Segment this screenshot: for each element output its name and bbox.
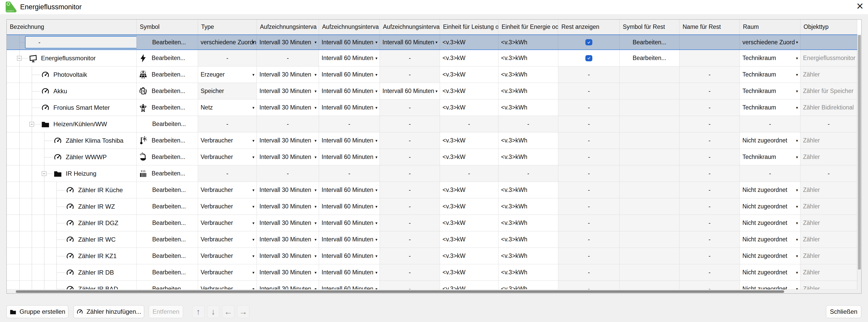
column-header-type[interactable]: Type [198, 20, 257, 35]
symbol-edit-button[interactable]: Bearbeiten... [152, 55, 185, 62]
cell-type[interactable]: Verbraucher▼ [198, 248, 257, 264]
cell-interval3[interactable]: Intervall 60 Minuten▼ [380, 35, 440, 49]
cell-room[interactable]: Nicht zugeordnet▼ [740, 231, 800, 248]
cell-symbol[interactable]: Bearbeiten... [137, 264, 198, 281]
cell-symbol[interactable]: Bearbeiten... [137, 215, 198, 231]
table-row[interactable]: −Heizen/Kühlen/WWBearbeiten...---------- [7, 116, 857, 133]
name-edit-input[interactable]: - [25, 36, 137, 48]
cell-interval1[interactable]: Intervall 30 Minuten▼ [257, 281, 319, 289]
symbol-edit-button[interactable]: Bearbeiten... [152, 87, 185, 95]
cell-symbol_rest[interactable]: Bearbeiten... [620, 35, 680, 49]
cell-type[interactable]: Verbraucher▼ [198, 199, 257, 215]
collapse-minus-icon[interactable]: − [42, 171, 46, 176]
cell-room[interactable]: Technikraum▼ [740, 149, 800, 166]
cell-type[interactable]: Erzeuger▼ [198, 67, 257, 83]
cell-interval2[interactable]: Intervall 60 Minuten▼ [319, 264, 380, 281]
cell-room[interactable]: Nicht zugeordnet▼ [740, 264, 800, 281]
symbol-edit-button[interactable]: Bearbeiten... [152, 269, 186, 276]
move-right-button[interactable]: → [237, 305, 249, 318]
cell-bezeichnung[interactable]: −Heizen/Kühlen/WW [7, 116, 137, 133]
cell-interval2[interactable]: Intervall 60 Minuten▼ [319, 50, 380, 67]
column-header-power_unit[interactable]: Einheit für Leistung o [440, 20, 498, 35]
cell-interval2[interactable]: Intervall 60 Minuten▼ [319, 199, 380, 215]
cell-interval1[interactable]: Intervall 30 Minuten▼ [257, 35, 319, 49]
horizontal-scrollbar[interactable] [7, 289, 857, 293]
cell-interval2[interactable]: Intervall 60 Minuten▼ [319, 35, 380, 49]
cell-room[interactable]: Nicht zugeordnet▼ [740, 182, 800, 199]
cell-room[interactable]: Nicht zugeordnet▼ [740, 199, 800, 215]
vertical-scrollbar[interactable] [857, 35, 861, 289]
cell-bezeichnung[interactable]: Zähler IR DB [7, 264, 137, 281]
cell-type[interactable]: Verbraucher▼ [198, 215, 257, 231]
cell-symbol[interactable]: Bearbeiten... [137, 116, 198, 133]
cell-type[interactable]: Verbraucher▼ [198, 133, 257, 149]
cell-bezeichnung[interactable]: Zähler Klima Toshiba [7, 133, 137, 149]
symbol-edit-button[interactable]: Bearbeiten... [152, 120, 186, 128]
move-up-button[interactable]: ↑ [192, 305, 205, 318]
cell-interval1[interactable]: Intervall 30 Minuten▼ [257, 67, 319, 83]
table-row[interactable]: Zähler IR WCBearbeiten...Verbraucher▼Int… [7, 231, 857, 248]
cell-bezeichnung[interactable]: Zähler IR WZ [7, 199, 137, 215]
cell-interval1[interactable]: Intervall 30 Minuten▼ [257, 182, 319, 199]
cell-room[interactable]: Technikraum▼ [740, 67, 800, 83]
table-row[interactable]: Zähler IR DGZBearbeiten...Verbraucher▼In… [7, 215, 857, 231]
cell-type[interactable]: Verbraucher▼ [198, 149, 257, 166]
cell-bezeichnung[interactable]: Zähler IR WC [7, 231, 137, 248]
cell-bezeichnung[interactable]: Zähler IR KZ1 [7, 248, 137, 264]
table-row[interactable]: Zähler IR WZBearbeiten...Verbraucher▼Int… [7, 199, 857, 215]
cell-show_rest[interactable] [558, 35, 620, 49]
cell-symbol[interactable]: Bearbeiten... [137, 133, 198, 149]
cell-interval2[interactable]: Intervall 60 Minuten▼ [319, 248, 380, 264]
cell-symbol[interactable]: Bearbeiten... [137, 182, 198, 199]
create-group-button[interactable]: Gruppe erstellen [6, 305, 68, 318]
symbol-edit-button[interactable]: Bearbeiten... [152, 186, 186, 193]
table-row[interactable]: −IR HeizungBearbeiten...---------- [7, 166, 857, 182]
cell-room[interactable]: Technikraum▼ [740, 50, 800, 67]
cell-symbol[interactable]: Bearbeiten... [137, 35, 198, 49]
cell-room[interactable]: Nicht zugeordnet▼ [740, 281, 800, 289]
collapse-minus-icon[interactable]: − [17, 56, 22, 61]
add-meter-button[interactable]: Zähler hinzufügen... [73, 305, 144, 318]
cell-type[interactable]: Verbraucher▼ [198, 231, 257, 248]
remove-button[interactable]: Entfernen [149, 305, 183, 318]
table-row[interactable]: Zähler IR DBBearbeiten...Verbraucher▼Int… [7, 264, 857, 281]
column-header-room[interactable]: Raum [740, 20, 800, 35]
cell-bezeichnung[interactable]: Fronius Smart Meter [7, 100, 137, 116]
cell-symbol[interactable]: Bearbeiten... [137, 166, 198, 182]
cell-symbol[interactable]: Bearbeiten... [137, 281, 198, 289]
move-left-button[interactable]: ← [222, 305, 235, 318]
column-header-name_rest[interactable]: Name für Rest [680, 20, 740, 35]
cell-interval1[interactable]: Intervall 30 Minuten▼ [257, 231, 319, 248]
column-header-symbol_rest[interactable]: Symbol für Rest [620, 20, 680, 35]
cell-bezeichnung[interactable]: Zähler WWWP [7, 149, 137, 166]
cell-interval2[interactable]: Intervall 60 Minuten▼ [319, 83, 380, 100]
cell-interval2[interactable]: Intervall 60 Minuten▼ [319, 231, 380, 248]
cell-interval2[interactable]: Intervall 60 Minuten▼ [319, 149, 380, 166]
symbol-edit-button[interactable]: Bearbeiten... [152, 219, 186, 226]
rest-checkbox-checked[interactable] [585, 55, 592, 61]
cell-interval1[interactable]: Intervall 30 Minuten▼ [257, 133, 319, 149]
cell-type[interactable]: verschiedene Zuordn▼ [198, 35, 257, 49]
cell-interval1[interactable]: Intervall 30 Minuten▼ [257, 199, 319, 215]
cell-bezeichnung[interactable]: Zähler IR Küche [7, 182, 137, 199]
table-row[interactable]: Zähler IR KücheBearbeiten...Verbraucher▼… [7, 182, 857, 199]
cell-interval1[interactable]: Intervall 30 Minuten▼ [257, 149, 319, 166]
cell-interval3[interactable]: Intervall 60 Minuten▼ [380, 83, 440, 100]
cell-interval1[interactable]: Intervall 30 Minuten▼ [257, 215, 319, 231]
cell-room[interactable]: verschiedene Zuord▼ [740, 35, 800, 49]
cell-bezeichnung[interactable]: Akku [7, 83, 137, 100]
column-header-bezeichnung[interactable]: Bezeichnung [7, 20, 137, 35]
symbol-edit-button[interactable]: Bearbeiten... [152, 71, 185, 78]
cell-symbol[interactable]: Bearbeiten... [137, 231, 198, 248]
cell-show_rest[interactable] [558, 50, 620, 67]
cell-bezeichnung[interactable]: - [7, 35, 137, 49]
symbol-edit-button[interactable]: Bearbeiten... [152, 285, 186, 289]
cell-bezeichnung[interactable]: Zähler IR BAD [7, 281, 137, 289]
column-header-energy_unit[interactable]: Einheit für Energie oc [498, 20, 558, 35]
collapse-minus-icon[interactable]: − [29, 122, 34, 127]
table-row[interactable]: -Bearbeiten...verschiedene Zuordn▼Interv… [7, 35, 857, 50]
cell-bezeichnung[interactable]: −Energieflussmonitor [7, 50, 137, 67]
symbol-edit-button[interactable]: Bearbeiten... [152, 252, 186, 259]
symbol-edit-button[interactable]: Bearbeiten... [152, 39, 186, 46]
column-header-symbol[interactable]: Symbol [137, 20, 198, 35]
